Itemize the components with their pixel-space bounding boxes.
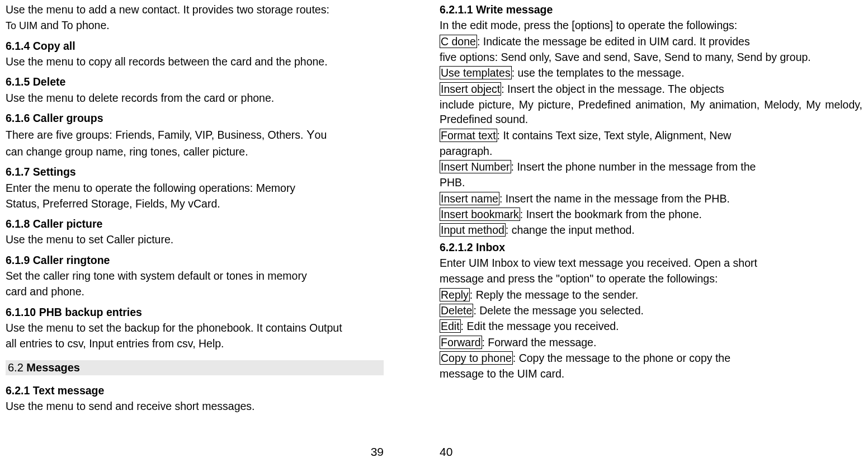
heading-6-1-8: 6.1.8 Caller picture [6,216,384,231]
option-format-text-line2: paragraph. [440,144,862,158]
heading-6-2-1: 6.2.1 Text message [6,383,384,398]
heading-6-1-7: 6.1.7 Settings [6,164,384,179]
option-insert-object-line2: include picture, My picture, Predefined … [440,97,862,127]
c-done-text1: : Indicate the message be edited in UIM … [477,35,750,48]
label-format-text: Format text [440,129,497,142]
label-insert-bookmark: Insert bookmark [440,208,520,221]
text-6-1-6-line1: There are five groups: Friends, Family, … [6,126,384,143]
input-method-text: : change the input method. [506,224,635,236]
option-insert-name: Insert name: Insert the name in the mess… [440,191,862,206]
heading-6-1-5: 6.1.5 Delete [6,74,384,89]
copy-text1: : Copy the message to the phone or copy … [513,352,730,364]
use-templates-text: : use the templates to the message. [512,67,685,79]
intro-line2: To UIM and To phone. [6,18,384,32]
label-input-method: Input method [440,223,506,237]
text-6-1-5: Use the menu to delete records from the … [6,91,384,105]
option-delete: Delete: Delete the message you selected. [440,303,862,318]
text-6-1-7-line2: Status, Preferred Storage, Fields, My vC… [6,196,384,211]
label-copy-to-phone: Copy to phone [440,351,513,365]
heading-6-1-10: 6.1.10 PHB backup entries [6,305,384,319]
insert-name-text: : Insert the name in the message from th… [499,192,730,205]
text-6-1-4: Use the menu to copy all records between… [6,54,384,69]
insert-number-text1: : Insert the phone number in the message… [511,161,756,173]
page-number-right: 40 [440,445,452,459]
label-insert-object: Insert object [440,82,501,96]
insert-object-text1: : Insert the object in the message. The … [501,83,724,95]
intro-and-phone: and To phone. [37,19,110,31]
label-insert-name: Insert name [440,192,499,205]
delete-text: : Delete the message you selected. [473,304,644,317]
label-use-templates: Use templates [440,66,512,79]
text-6-2-1-1-intro: In the edit mode, press the [options] to… [440,18,862,32]
option-forward: Forward: Forward the message. [440,335,862,350]
option-insert-object-line1: Insert object: Insert the object in the … [440,82,862,96]
edit-text: : Edit the message you received. [461,320,619,332]
groups-list: There are five groups: Friends, Family, … [6,129,306,141]
label-edit: Edit [440,319,461,333]
label-forward: Forward [440,336,482,349]
option-copy-to-phone-line2: message to the UIM card. [440,366,862,381]
section-title: Messages [26,361,80,374]
page-left: Use the menu to add a new contact. It pr… [0,0,434,462]
option-copy-to-phone-line1: Copy to phone: Copy the message to the p… [440,351,862,365]
text-6-2-1-2-line1: Enter UIM Inbox to view text message you… [440,256,862,270]
heading-6-2-1-1: 6.2.1.1 Write message [440,2,862,17]
ou: ou [315,129,327,141]
option-reply: Reply: Reply the message to the sender. [440,287,862,302]
page-number-left: 39 [371,445,384,459]
text-6-1-6-line2: can change group name, ring tones, calle… [6,144,384,159]
text-6-1-7-line1: Enter the menu to operate the following … [6,181,384,195]
option-format-text-line1: Format text: It contains Text size, Text… [440,128,862,143]
section-number: 6.2 [8,361,26,374]
heading-6-1-4: 6.1.4 Copy all [6,39,384,53]
option-edit: Edit: Edit the message you received. [440,319,862,333]
insert-bookmark-text: : Insert the bookmark from the phone. [520,208,702,220]
section-6-2-messages: 6.2 Messages [6,360,384,375]
intro-to-uim: To UIM [6,20,37,31]
text-6-1-10-line2: all entries to csv, Input entries from c… [6,336,384,351]
option-insert-number-line1: Insert Number: Insert the phone number i… [440,159,862,174]
option-insert-number-line2: PHB. [440,175,862,190]
text-6-2-1: Use the menu to send and receive short m… [6,399,384,413]
text-6-2-1-2-line2: message and press the "option" to operat… [440,271,862,286]
heading-6-1-6: 6.1.6 Caller groups [6,111,384,125]
label-insert-number: Insert Number [440,160,511,173]
label-delete: Delete [440,304,473,317]
option-insert-bookmark: Insert bookmark: Insert the bookmark fro… [440,207,862,221]
cap-y: Y [306,128,315,142]
option-c-done-line1: C done: Indicate the message be edited i… [440,34,862,49]
page-right: 6.2.1.1 Write message In the edit mode, … [434,0,868,462]
format-text-text1: : It contains Text size, Text style, Ali… [497,129,732,142]
text-6-1-9-line1: Set the caller ring tone with system def… [6,268,384,283]
reply-text: : Reply the message to the sender. [470,289,638,301]
label-c-done: C done [440,35,477,48]
intro-line1: Use the menu to add a new contact. It pr… [6,2,384,17]
heading-6-1-9: 6.1.9 Caller ringtone [6,253,384,267]
option-c-done-line2: five options: Send only, Save and send, … [440,50,862,64]
text-6-1-10-line1: Use the menu to set the backup for the p… [6,320,384,335]
option-input-method: Input method: change the input method. [440,223,862,237]
forward-text: : Forward the message. [482,336,597,348]
text-6-1-9-line2: card and phone. [6,284,384,299]
text-6-1-8: Use the menu to set Caller picture. [6,232,384,247]
heading-6-2-1-2: 6.2.1.2 Inbox [440,240,862,254]
label-reply: Reply [440,288,470,301]
option-use-templates: Use templates: use the templates to the … [440,65,862,80]
